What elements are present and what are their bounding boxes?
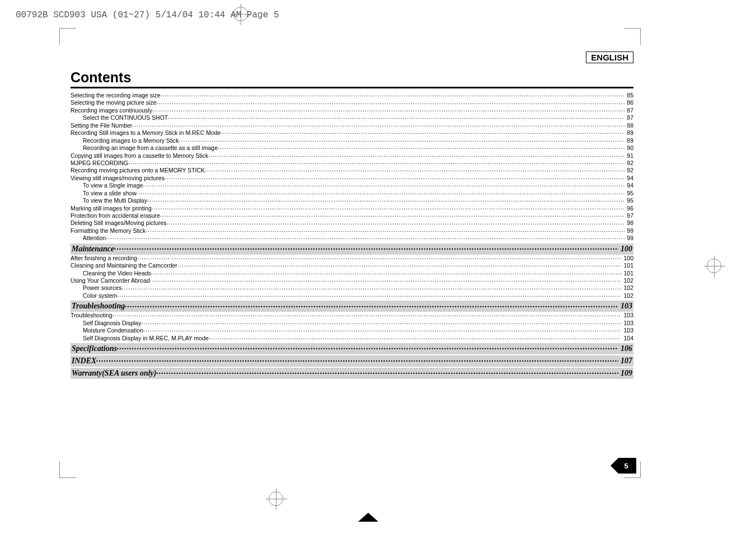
toc-entry: Cleaning and Maintaining the Camcorder10… xyxy=(71,262,633,269)
toc-page: 85 xyxy=(624,92,633,99)
toc-section-label: Specifications xyxy=(72,344,117,354)
toc-label: Selecting the moving picture size xyxy=(71,99,157,106)
toc-entry: Deleting Still images/Moving pictures98 xyxy=(71,219,633,227)
toc-page: 102 xyxy=(621,292,633,299)
toc-page: 98 xyxy=(624,219,633,227)
toc-label: Recording Still images to a Memory Stick… xyxy=(71,129,220,137)
crop-mark-icon xyxy=(59,461,76,478)
toc-section-heading: Specifications106 xyxy=(71,343,633,354)
toc-label: Color system xyxy=(83,292,117,299)
toc-page: 96 xyxy=(624,205,633,212)
toc-entry: Attention99 xyxy=(71,235,633,242)
toc-section-heading: Warranty(SEA users only)109 xyxy=(71,368,633,379)
toc-leader xyxy=(150,277,622,284)
page-number-badge: 5 xyxy=(611,458,636,474)
toc-label: Cleaning the Video Heads xyxy=(83,270,151,277)
toc-entry: Self Diagnosis Display in M.REC, M.PLAY … xyxy=(71,335,633,342)
toc-entry: Self Diagnosis Display103 xyxy=(71,320,633,327)
toc-label: After finishing a recording xyxy=(71,255,137,262)
toc-page: 94 xyxy=(624,175,633,182)
toc-leader xyxy=(208,152,624,159)
toc-label: Recording images continuously xyxy=(71,107,152,114)
toc-entry: Using Your Camcorder Abroad102 xyxy=(71,277,633,284)
toc-leader xyxy=(143,327,621,334)
toc-entry: Color system102 xyxy=(71,292,633,299)
language-label: ENGLISH xyxy=(586,51,633,63)
toc-section-label: Warranty(SEA users only) xyxy=(72,368,156,378)
toc-entry: Setting the File Number88 xyxy=(71,122,633,129)
toc-entry: Formatting the Memory Stick99 xyxy=(71,227,633,235)
toc-page: 86 xyxy=(624,99,633,106)
toc-page: 89 xyxy=(624,137,633,144)
toc-page: 97 xyxy=(624,212,633,219)
toc-leader xyxy=(152,107,624,114)
toc-entry: To view a Single image94 xyxy=(71,182,633,189)
toc-section-heading: INDEX107 xyxy=(71,355,633,367)
toc-leader xyxy=(160,212,624,219)
toc-page: 92 xyxy=(624,167,633,174)
toc-leader xyxy=(106,235,624,241)
toc-leader xyxy=(165,175,624,181)
toc-leader xyxy=(161,92,625,99)
registration-mark-icon xyxy=(233,7,248,21)
toc-entry: To view the Multi Display95 xyxy=(71,197,633,204)
toc-leader xyxy=(137,255,621,261)
page-title: Contents xyxy=(71,69,633,88)
toc-leader xyxy=(152,205,625,212)
toc-entry: Recording images to a Memory Stick89 xyxy=(71,137,633,144)
toc-section-page: 103 xyxy=(618,301,632,311)
toc-entry: Select the CONTINUOUS SHOT87 xyxy=(71,114,633,121)
toc-leader xyxy=(121,284,621,291)
toc-page: 87 xyxy=(624,114,633,121)
toc-entry: Recording an image from a cassette as a … xyxy=(71,144,633,152)
toc-entry: Cleaning the Video Heads101 xyxy=(71,270,633,277)
toc-entry: Protection from accidental erasure97 xyxy=(71,212,633,219)
toc-entry: Selecting the moving picture size86 xyxy=(71,99,633,106)
toc-section-heading: Maintenance100 xyxy=(71,243,633,255)
toc-page: 90 xyxy=(624,144,633,152)
toc-label: Selecting the recording image size xyxy=(71,92,161,99)
toc-page: 102 xyxy=(621,284,633,292)
toc-label: Formatting the Memory Stick xyxy=(71,227,145,235)
toc-label: Deleting Still images/Moving pictures xyxy=(71,219,167,227)
toc-leader xyxy=(117,344,618,352)
svg-marker-0 xyxy=(611,458,636,474)
toc-page: 103 xyxy=(621,312,633,319)
toc-page: 99 xyxy=(624,227,633,235)
toc-entry: Recording images continuously87 xyxy=(71,107,633,114)
toc-leader xyxy=(137,190,625,196)
toc-leader xyxy=(117,292,621,299)
toc-entry: Viewing still images/moving pictures94 xyxy=(71,175,633,182)
toc-label: To view the Multi Display xyxy=(83,197,147,204)
toc-label: Viewing still images/moving pictures xyxy=(71,175,165,182)
toc-entry: Recording Still images to a Memory Stick… xyxy=(71,129,633,137)
toc-leader xyxy=(156,368,618,377)
toc-leader xyxy=(179,137,625,144)
toc-entry: To view a slide show95 xyxy=(71,190,633,197)
toc-leader xyxy=(145,227,624,234)
toc-entry: After finishing a recording100 xyxy=(71,255,633,262)
registration-mark-icon xyxy=(269,491,283,506)
toc-label: MJPEG RECORDING xyxy=(71,160,128,167)
toc-entry: Selecting the recording image size85 xyxy=(71,92,633,99)
toc-entry: Recording moving pictures onto a MEMORY … xyxy=(71,167,633,174)
toc-leader xyxy=(167,219,625,226)
toc-label: Self Diagnosis Display in M.REC, M.PLAY … xyxy=(83,335,209,342)
page-content: ENGLISH Contents Selecting the recording… xyxy=(71,51,633,379)
toc-label: Recording images to a Memory Stick xyxy=(83,137,179,144)
toc-section-heading: Troubleshooting103 xyxy=(71,301,633,312)
toc-label: Troubleshooting xyxy=(71,312,112,319)
toc-leader xyxy=(141,320,621,326)
toc-label: Marking still images for printing xyxy=(71,205,152,212)
toc-leader xyxy=(128,160,624,166)
toc-leader xyxy=(125,301,618,310)
toc-label: Using Your Camcorder Abroad xyxy=(71,277,150,284)
toc-page: 101 xyxy=(621,262,633,269)
toc-section-page: 107 xyxy=(618,356,632,366)
toc-section-page: 106 xyxy=(618,344,632,354)
toc-leader xyxy=(157,99,625,106)
toc-section-label: Troubleshooting xyxy=(72,301,125,311)
toc-leader xyxy=(147,197,624,204)
page-number: 5 xyxy=(624,462,628,470)
toc-label: To view a slide show xyxy=(83,190,137,197)
